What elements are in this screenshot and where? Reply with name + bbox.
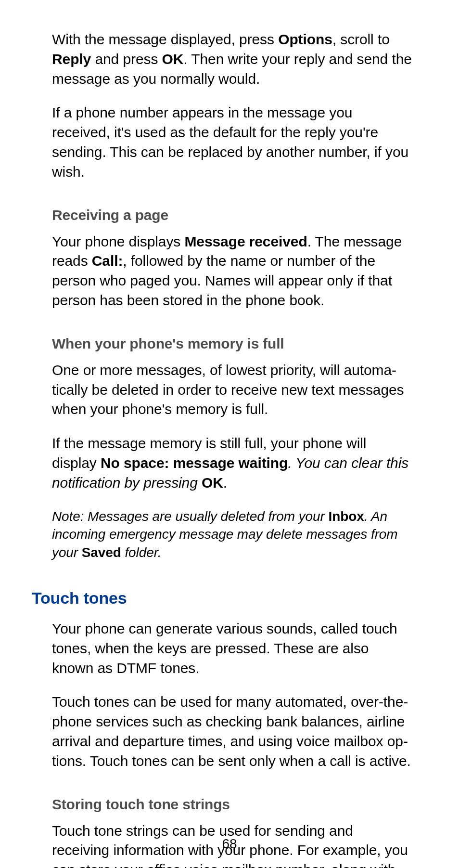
receiving-page-heading: Receiving a page: [52, 207, 414, 223]
text-fragment: and press: [91, 51, 162, 67]
reply-label: Reply: [52, 51, 91, 67]
touchtones-paragraph-1: Your phone can generate various sounds, …: [52, 619, 414, 678]
memory-paragraph-2: If the message memory is still full, you…: [52, 434, 414, 492]
message-received-label: Message received: [184, 233, 307, 249]
ok-label: OK: [162, 51, 184, 67]
text-fragment: , scroll to: [332, 31, 390, 47]
page-content: With the message displayed, press Option…: [52, 30, 414, 868]
text-fragment: Your phone displays: [52, 233, 184, 249]
touchtones-paragraph-2: Touch tones can be used for many automat…: [52, 692, 414, 771]
text-fragment: Note: Messages are usually deleted from …: [52, 509, 328, 524]
manual-page: With the message displayed, press Option…: [0, 0, 459, 868]
memory-note: Note: Messages are usually deleted from …: [52, 507, 414, 562]
saved-label: Saved: [82, 545, 121, 560]
call-label: Call:: [92, 253, 123, 269]
text-fragment: folder.: [121, 545, 162, 560]
text-fragment: .: [223, 475, 227, 491]
page-number: 68: [0, 836, 459, 852]
text-fragment: With the message displayed, press: [52, 31, 278, 47]
memory-paragraph-1: One or more messages, of lowest priority…: [52, 361, 414, 419]
storing-heading: Storing touch tone strings: [52, 796, 414, 813]
memory-full-heading: When your phone's memory is full: [52, 336, 414, 352]
touch-tones-heading: Touch tones: [32, 589, 414, 608]
reply-paragraph-1: With the message displayed, press Option…: [52, 30, 414, 89]
inbox-label: Inbox: [328, 509, 364, 524]
receiving-paragraph: Your phone displays Message received. Th…: [52, 232, 414, 311]
ok-label: OK: [202, 475, 223, 491]
no-space-label: No space: message waiting: [101, 455, 288, 471]
reply-paragraph-2: If a phone number appears in the message…: [52, 103, 414, 181]
options-label: Options: [278, 31, 332, 47]
